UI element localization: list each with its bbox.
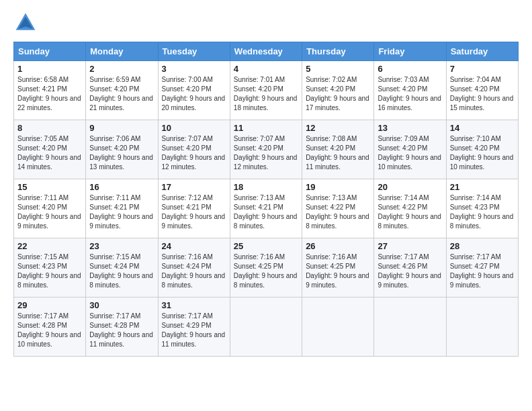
calendar-cell: 12Sunrise: 7:08 AMSunset: 4:20 PMDayligh… xyxy=(302,120,374,179)
calendar-cell: 7Sunrise: 7:04 AMSunset: 4:20 PMDaylight… xyxy=(446,61,518,120)
day-info: Sunrise: 7:01 AMSunset: 4:20 PMDaylight:… xyxy=(234,75,298,113)
day-number: 20 xyxy=(378,182,442,192)
day-number: 28 xyxy=(450,241,515,251)
day-number: 3 xyxy=(162,64,226,74)
weekday-header-sunday: Sunday xyxy=(14,42,86,61)
calendar-cell xyxy=(302,298,374,357)
calendar-cell: 18Sunrise: 7:13 AMSunset: 4:21 PMDayligh… xyxy=(230,179,302,238)
day-info: Sunrise: 7:11 AMSunset: 4:20 PMDaylight:… xyxy=(17,193,82,231)
day-number: 5 xyxy=(306,64,370,74)
day-number: 17 xyxy=(162,182,226,192)
day-number: 10 xyxy=(162,123,226,133)
day-info: Sunrise: 7:12 AMSunset: 4:21 PMDaylight:… xyxy=(162,193,226,231)
calendar-cell: 24Sunrise: 7:16 AMSunset: 4:24 PMDayligh… xyxy=(158,238,230,298)
calendar-week-2: 8Sunrise: 7:05 AMSunset: 4:20 PMDaylight… xyxy=(14,120,519,179)
calendar-cell: 23Sunrise: 7:15 AMSunset: 4:24 PMDayligh… xyxy=(86,238,158,298)
day-info: Sunrise: 7:00 AMSunset: 4:20 PMDaylight:… xyxy=(162,75,226,113)
day-number: 4 xyxy=(234,64,298,74)
day-info: Sunrise: 7:04 AMSunset: 4:20 PMDaylight:… xyxy=(450,75,515,113)
calendar-cell: 3Sunrise: 7:00 AMSunset: 4:20 PMDaylight… xyxy=(158,61,230,120)
day-info: Sunrise: 7:07 AMSunset: 4:20 PMDaylight:… xyxy=(162,134,226,172)
day-info: Sunrise: 7:16 AMSunset: 4:25 PMDaylight:… xyxy=(234,253,298,290)
day-info: Sunrise: 7:17 AMSunset: 4:27 PMDaylight:… xyxy=(450,253,515,290)
day-number: 22 xyxy=(17,241,82,251)
calendar-week-1: 1Sunrise: 6:58 AMSunset: 4:21 PMDaylight… xyxy=(14,61,519,120)
calendar-cell: 6Sunrise: 7:03 AMSunset: 4:20 PMDaylight… xyxy=(374,61,446,120)
day-number: 7 xyxy=(450,64,515,74)
day-number: 13 xyxy=(378,123,442,133)
calendar-cell: 28Sunrise: 7:17 AMSunset: 4:27 PMDayligh… xyxy=(446,238,518,298)
day-info: Sunrise: 7:16 AMSunset: 4:24 PMDaylight:… xyxy=(162,253,226,290)
weekday-header-tuesday: Tuesday xyxy=(158,42,230,61)
day-number: 16 xyxy=(89,182,154,192)
calendar-week-4: 22Sunrise: 7:15 AMSunset: 4:23 PMDayligh… xyxy=(14,238,519,298)
calendar-cell: 26Sunrise: 7:16 AMSunset: 4:25 PMDayligh… xyxy=(302,238,374,298)
calendar-cell: 19Sunrise: 7:13 AMSunset: 4:22 PMDayligh… xyxy=(302,179,374,238)
calendar-cell: 14Sunrise: 7:10 AMSunset: 4:20 PMDayligh… xyxy=(446,120,518,179)
calendar-cell: 13Sunrise: 7:09 AMSunset: 4:20 PMDayligh… xyxy=(374,120,446,179)
day-info: Sunrise: 7:07 AMSunset: 4:20 PMDaylight:… xyxy=(234,134,298,172)
calendar-week-3: 15Sunrise: 7:11 AMSunset: 4:20 PMDayligh… xyxy=(14,179,519,238)
day-number: 11 xyxy=(234,123,298,133)
day-number: 24 xyxy=(162,241,226,251)
calendar-header-row: SundayMondayTuesdayWednesdayThursdayFrid… xyxy=(14,42,519,61)
calendar-cell: 16Sunrise: 7:11 AMSunset: 4:21 PMDayligh… xyxy=(86,179,158,238)
day-number: 21 xyxy=(450,182,515,192)
day-number: 29 xyxy=(17,300,82,310)
day-number: 15 xyxy=(17,182,82,192)
day-number: 27 xyxy=(378,241,442,251)
day-info: Sunrise: 7:17 AMSunset: 4:26 PMDaylight:… xyxy=(378,253,442,290)
day-info: Sunrise: 7:14 AMSunset: 4:23 PMDaylight:… xyxy=(450,193,515,231)
weekday-header-friday: Friday xyxy=(374,42,446,61)
day-info: Sunrise: 7:13 AMSunset: 4:21 PMDaylight:… xyxy=(234,193,298,231)
calendar-cell: 15Sunrise: 7:11 AMSunset: 4:20 PMDayligh… xyxy=(14,179,86,238)
weekday-header-thursday: Thursday xyxy=(302,42,374,61)
calendar-table: SundayMondayTuesdayWednesdayThursdayFrid… xyxy=(13,42,519,357)
day-info: Sunrise: 6:58 AMSunset: 4:21 PMDaylight:… xyxy=(17,75,82,113)
weekday-header-monday: Monday xyxy=(86,42,158,61)
day-info: Sunrise: 7:17 AMSunset: 4:28 PMDaylight:… xyxy=(89,312,154,349)
day-number: 8 xyxy=(17,123,82,133)
day-info: Sunrise: 7:03 AMSunset: 4:20 PMDaylight:… xyxy=(378,75,442,113)
calendar-cell xyxy=(374,298,446,357)
day-number: 25 xyxy=(234,241,298,251)
day-info: Sunrise: 7:05 AMSunset: 4:20 PMDaylight:… xyxy=(17,134,82,172)
day-info: Sunrise: 7:11 AMSunset: 4:21 PMDaylight:… xyxy=(89,193,154,231)
calendar-cell: 1Sunrise: 6:58 AMSunset: 4:21 PMDaylight… xyxy=(14,61,86,120)
day-info: Sunrise: 6:59 AMSunset: 4:20 PMDaylight:… xyxy=(89,75,154,113)
day-info: Sunrise: 7:16 AMSunset: 4:25 PMDaylight:… xyxy=(306,253,370,290)
day-info: Sunrise: 7:08 AMSunset: 4:20 PMDaylight:… xyxy=(306,134,370,172)
calendar-cell: 22Sunrise: 7:15 AMSunset: 4:23 PMDayligh… xyxy=(14,238,86,298)
calendar-week-5: 29Sunrise: 7:17 AMSunset: 4:28 PMDayligh… xyxy=(14,298,519,357)
calendar-cell xyxy=(446,298,518,357)
header xyxy=(13,11,519,35)
calendar-cell: 25Sunrise: 7:16 AMSunset: 4:25 PMDayligh… xyxy=(230,238,302,298)
day-number: 31 xyxy=(162,300,226,310)
day-info: Sunrise: 7:17 AMSunset: 4:29 PMDaylight:… xyxy=(162,312,226,349)
day-number: 2 xyxy=(89,64,154,74)
day-info: Sunrise: 7:14 AMSunset: 4:22 PMDaylight:… xyxy=(378,193,442,231)
logo-icon xyxy=(13,11,38,35)
day-info: Sunrise: 7:13 AMSunset: 4:22 PMDaylight:… xyxy=(306,193,370,231)
day-number: 18 xyxy=(234,182,298,192)
weekday-header-wednesday: Wednesday xyxy=(230,42,302,61)
day-number: 9 xyxy=(89,123,154,133)
calendar-cell: 21Sunrise: 7:14 AMSunset: 4:23 PMDayligh… xyxy=(446,179,518,238)
day-info: Sunrise: 7:09 AMSunset: 4:20 PMDaylight:… xyxy=(378,134,442,172)
calendar-cell: 2Sunrise: 6:59 AMSunset: 4:20 PMDaylight… xyxy=(86,61,158,120)
day-info: Sunrise: 7:15 AMSunset: 4:24 PMDaylight:… xyxy=(89,253,154,290)
day-number: 14 xyxy=(450,123,515,133)
day-info: Sunrise: 7:15 AMSunset: 4:23 PMDaylight:… xyxy=(17,253,82,290)
calendar-cell: 4Sunrise: 7:01 AMSunset: 4:20 PMDaylight… xyxy=(230,61,302,120)
calendar-cell: 27Sunrise: 7:17 AMSunset: 4:26 PMDayligh… xyxy=(374,238,446,298)
day-info: Sunrise: 7:10 AMSunset: 4:20 PMDaylight:… xyxy=(450,134,515,172)
calendar-cell: 5Sunrise: 7:02 AMSunset: 4:20 PMDaylight… xyxy=(302,61,374,120)
day-number: 6 xyxy=(378,64,442,74)
weekday-header-saturday: Saturday xyxy=(446,42,518,61)
day-info: Sunrise: 7:06 AMSunset: 4:20 PMDaylight:… xyxy=(89,134,154,172)
day-number: 23 xyxy=(89,241,154,251)
calendar-cell: 8Sunrise: 7:05 AMSunset: 4:20 PMDaylight… xyxy=(14,120,86,179)
day-number: 12 xyxy=(306,123,370,133)
day-info: Sunrise: 7:02 AMSunset: 4:20 PMDaylight:… xyxy=(306,75,370,113)
calendar-cell: 31Sunrise: 7:17 AMSunset: 4:29 PMDayligh… xyxy=(158,298,230,357)
